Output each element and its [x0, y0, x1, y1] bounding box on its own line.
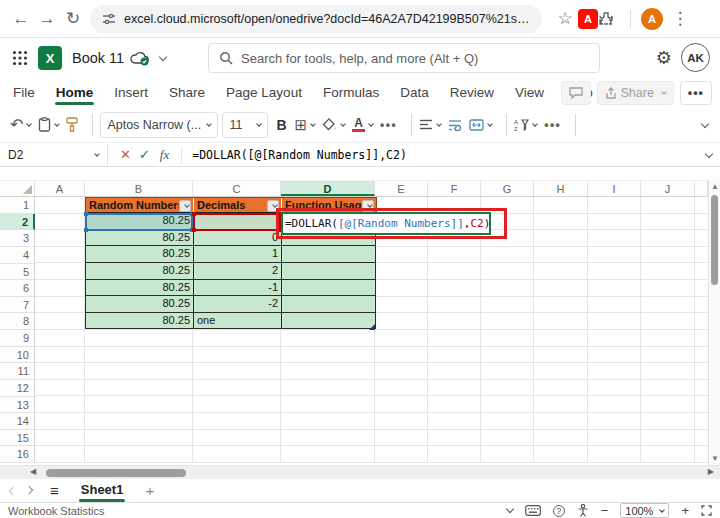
name-box-dropdown-icon[interactable]	[94, 151, 100, 157]
borders-button[interactable]: ⊞	[295, 116, 316, 134]
font-color-button[interactable]: A	[352, 118, 373, 132]
fill-color-button[interactable]	[322, 118, 345, 132]
cell-B7[interactable]: 80.25	[86, 296, 194, 313]
row-header-2[interactable]: 2	[0, 214, 35, 231]
scroll-down-icon[interactable]: ▼	[709, 454, 720, 463]
cell-B5[interactable]: 80.25	[86, 263, 194, 280]
row-header-11[interactable]: 11	[0, 363, 35, 380]
row-header-14[interactable]: 14	[0, 413, 35, 430]
row-header-15[interactable]: 15	[0, 430, 35, 447]
vertical-scrollbar[interactable]: ▲ ▼	[708, 180, 720, 465]
cell-C3[interactable]: 0	[194, 230, 282, 247]
reload-icon[interactable]: ↻	[60, 8, 86, 29]
formula-bar-expand-icon[interactable]	[705, 149, 713, 157]
col-header-D[interactable]: D	[281, 181, 375, 196]
cell-B6[interactable]: 80.25	[86, 280, 194, 297]
row-header-16[interactable]: 16	[0, 446, 35, 463]
paste-button[interactable]	[38, 117, 59, 132]
table-header-decimals[interactable]: Decimals	[194, 198, 282, 212]
zoom-level-select[interactable]: 100%	[620, 503, 669, 518]
bookmark-star-icon[interactable]: ☆	[552, 8, 578, 29]
tab-share[interactable]: Share	[168, 80, 206, 105]
zoom-out-icon[interactable]: −	[601, 503, 609, 518]
table-resize-handle[interactable]	[369, 324, 375, 330]
cell-C8[interactable]: one	[194, 313, 282, 330]
insert-function-icon[interactable]: fx	[160, 147, 169, 163]
cell-D6[interactable]	[282, 280, 376, 297]
keyboard-icon[interactable]	[525, 505, 541, 516]
site-settings-icon[interactable]	[102, 12, 116, 26]
col-header-J[interactable]: J	[641, 181, 695, 196]
comments-button[interactable]	[561, 81, 591, 105]
scroll-left-icon[interactable]: ◀	[30, 467, 36, 476]
row-header-12[interactable]: 12	[0, 380, 35, 397]
horizontal-scroll-thumb[interactable]	[46, 469, 186, 477]
tab-page-layout[interactable]: Page Layout	[225, 80, 303, 105]
forward-icon[interactable]: →	[34, 9, 60, 29]
cell-B3[interactable]: 80.25	[86, 230, 194, 247]
select-all-corner[interactable]	[0, 181, 35, 196]
row-header-9[interactable]: 9	[0, 330, 35, 347]
sheet-list-icon[interactable]: ≡	[50, 482, 59, 499]
cell-B4[interactable]: 80.25	[86, 246, 194, 263]
cell-B8[interactable]: 80.25	[86, 313, 194, 330]
row-header-1[interactable]: 1	[0, 197, 35, 214]
scroll-right-icon[interactable]: ▶	[708, 467, 714, 476]
tab-data[interactable]: Data	[399, 80, 430, 105]
cell-C4[interactable]: 1	[194, 246, 282, 263]
col-header-A[interactable]: A	[35, 181, 85, 196]
name-box[interactable]: D2	[0, 143, 108, 166]
cell-D7[interactable]	[282, 296, 376, 313]
next-sheet-icon[interactable]	[25, 485, 33, 493]
pdf-extension-icon[interactable]: A	[578, 9, 598, 29]
tab-insert[interactable]: Insert	[113, 80, 149, 105]
cell-C5[interactable]: 2	[194, 263, 282, 280]
row-header-5[interactable]: 5	[0, 264, 35, 281]
row-header-4[interactable]: 4	[0, 247, 35, 264]
accessibility-icon[interactable]	[577, 504, 589, 517]
spreadsheet-grid[interactable]: ABCDEFGHIJ 12345678910111213141516 Rando…	[0, 167, 720, 465]
address-bar[interactable]: excel.cloud.microsoft/open/onedrive?docI…	[90, 5, 542, 33]
col-header-H[interactable]: H	[534, 181, 588, 196]
align-button[interactable]	[419, 119, 441, 130]
cell-C6[interactable]: -1	[194, 280, 282, 297]
settings-gear-icon[interactable]: ⚙	[656, 47, 672, 69]
cancel-entry-icon[interactable]: ✕	[120, 147, 131, 162]
browser-menu-icon[interactable]: ⋮	[667, 8, 693, 29]
wrap-text-button[interactable]	[448, 119, 462, 131]
row-header-7[interactable]: 7	[0, 297, 35, 314]
ribbon-overflow-button[interactable]: •••	[544, 118, 561, 132]
undo-button[interactable]: ↶	[10, 115, 31, 134]
back-icon[interactable]: ←	[8, 9, 34, 29]
prev-sheet-icon[interactable]	[9, 486, 17, 494]
share-button[interactable]: Share	[597, 81, 674, 105]
font-name-select[interactable]: Aptos Narrow (...	[100, 112, 218, 138]
confirm-entry-icon[interactable]: ✓	[139, 147, 150, 162]
search-input[interactable]: Search for tools, help, and more (Alt + …	[208, 43, 600, 73]
row-header-13[interactable]: 13	[0, 397, 35, 414]
tab-review[interactable]: Review	[449, 80, 495, 105]
workbook-title[interactable]: Book 11	[72, 50, 124, 66]
filter-icon[interactable]	[179, 200, 191, 212]
help-icon[interactable]: ?	[553, 505, 565, 517]
cloud-saved-icon[interactable]	[130, 51, 150, 66]
workbook-statistics[interactable]: Workbook Statistics	[8, 505, 104, 517]
col-header-E[interactable]: E	[375, 181, 428, 196]
formula-input[interactable]: =DOLLAR([@[Random Numbers]],C2)	[192, 148, 407, 162]
col-header-G[interactable]: G	[481, 181, 534, 196]
row-header-3[interactable]: 3	[0, 230, 35, 247]
app-launcher-icon[interactable]	[12, 50, 28, 66]
row-header-10[interactable]: 10	[0, 347, 35, 364]
ribbon-more-button[interactable]: •••	[680, 81, 712, 105]
tab-formulas[interactable]: Formulas	[322, 80, 380, 105]
account-avatar[interactable]: AK	[681, 43, 710, 72]
cell-D8[interactable]	[282, 313, 376, 330]
zoom-in-icon[interactable]: +	[681, 503, 689, 518]
bold-button[interactable]: B	[276, 117, 286, 133]
ribbon-collapse-icon[interactable]	[701, 119, 709, 127]
browser-profile-avatar[interactable]: A	[641, 8, 663, 30]
tab-view[interactable]: View	[514, 80, 545, 105]
excel-logo-icon[interactable]: X	[38, 46, 62, 70]
col-header-I[interactable]: I	[588, 181, 641, 196]
font-more-button[interactable]: •••	[380, 118, 397, 132]
